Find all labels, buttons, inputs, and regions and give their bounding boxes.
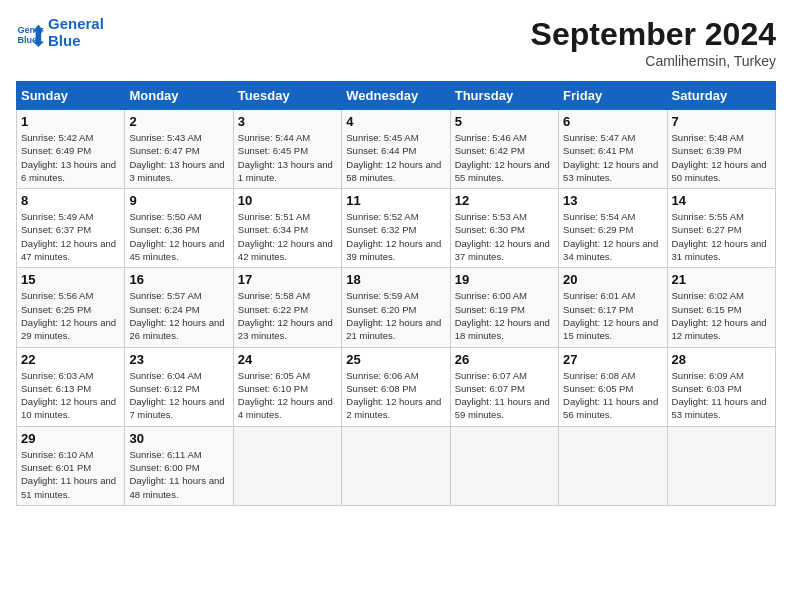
logo-icon: General Blue xyxy=(16,19,44,47)
day-info: Sunrise: 5:42 AMSunset: 6:49 PMDaylight:… xyxy=(21,131,120,184)
day-number: 7 xyxy=(672,114,771,129)
week-row-5: 29Sunrise: 6:10 AMSunset: 6:01 PMDayligh… xyxy=(17,426,776,505)
day-info: Sunrise: 6:01 AMSunset: 6:17 PMDaylight:… xyxy=(563,289,662,342)
day-info: Sunrise: 5:46 AMSunset: 6:42 PMDaylight:… xyxy=(455,131,554,184)
calendar-cell: 4Sunrise: 5:45 AMSunset: 6:44 PMDaylight… xyxy=(342,110,450,189)
calendar-cell: 9Sunrise: 5:50 AMSunset: 6:36 PMDaylight… xyxy=(125,189,233,268)
day-number: 8 xyxy=(21,193,120,208)
page-header: General Blue General Blue September 2024… xyxy=(16,16,776,69)
calendar-cell xyxy=(667,426,775,505)
day-info: Sunrise: 5:57 AMSunset: 6:24 PMDaylight:… xyxy=(129,289,228,342)
day-info: Sunrise: 5:53 AMSunset: 6:30 PMDaylight:… xyxy=(455,210,554,263)
calendar-cell: 24Sunrise: 6:05 AMSunset: 6:10 PMDayligh… xyxy=(233,347,341,426)
day-number: 15 xyxy=(21,272,120,287)
calendar-cell: 19Sunrise: 6:00 AMSunset: 6:19 PMDayligh… xyxy=(450,268,558,347)
day-number: 29 xyxy=(21,431,120,446)
day-info: Sunrise: 6:09 AMSunset: 6:03 PMDaylight:… xyxy=(672,369,771,422)
day-number: 4 xyxy=(346,114,445,129)
day-info: Sunrise: 5:52 AMSunset: 6:32 PMDaylight:… xyxy=(346,210,445,263)
calendar-cell: 1Sunrise: 5:42 AMSunset: 6:49 PMDaylight… xyxy=(17,110,125,189)
calendar-table: SundayMondayTuesdayWednesdayThursdayFrid… xyxy=(16,81,776,506)
day-info: Sunrise: 6:08 AMSunset: 6:05 PMDaylight:… xyxy=(563,369,662,422)
day-info: Sunrise: 5:50 AMSunset: 6:36 PMDaylight:… xyxy=(129,210,228,263)
day-info: Sunrise: 5:55 AMSunset: 6:27 PMDaylight:… xyxy=(672,210,771,263)
week-row-4: 22Sunrise: 6:03 AMSunset: 6:13 PMDayligh… xyxy=(17,347,776,426)
logo-blue: Blue xyxy=(48,33,104,50)
day-info: Sunrise: 6:04 AMSunset: 6:12 PMDaylight:… xyxy=(129,369,228,422)
calendar-cell: 20Sunrise: 6:01 AMSunset: 6:17 PMDayligh… xyxy=(559,268,667,347)
day-info: Sunrise: 5:59 AMSunset: 6:20 PMDaylight:… xyxy=(346,289,445,342)
calendar-cell: 27Sunrise: 6:08 AMSunset: 6:05 PMDayligh… xyxy=(559,347,667,426)
day-number: 2 xyxy=(129,114,228,129)
calendar-cell: 28Sunrise: 6:09 AMSunset: 6:03 PMDayligh… xyxy=(667,347,775,426)
day-number: 5 xyxy=(455,114,554,129)
title-block: September 2024 Camlihemsin, Turkey xyxy=(531,16,776,69)
logo: General Blue General Blue xyxy=(16,16,104,49)
day-info: Sunrise: 5:56 AMSunset: 6:25 PMDaylight:… xyxy=(21,289,120,342)
calendar-cell: 18Sunrise: 5:59 AMSunset: 6:20 PMDayligh… xyxy=(342,268,450,347)
day-info: Sunrise: 5:54 AMSunset: 6:29 PMDaylight:… xyxy=(563,210,662,263)
day-number: 14 xyxy=(672,193,771,208)
day-number: 27 xyxy=(563,352,662,367)
day-number: 23 xyxy=(129,352,228,367)
day-number: 10 xyxy=(238,193,337,208)
day-info: Sunrise: 6:07 AMSunset: 6:07 PMDaylight:… xyxy=(455,369,554,422)
day-info: Sunrise: 5:45 AMSunset: 6:44 PMDaylight:… xyxy=(346,131,445,184)
calendar-cell: 12Sunrise: 5:53 AMSunset: 6:30 PMDayligh… xyxy=(450,189,558,268)
day-info: Sunrise: 5:48 AMSunset: 6:39 PMDaylight:… xyxy=(672,131,771,184)
calendar-cell: 11Sunrise: 5:52 AMSunset: 6:32 PMDayligh… xyxy=(342,189,450,268)
day-info: Sunrise: 5:43 AMSunset: 6:47 PMDaylight:… xyxy=(129,131,228,184)
calendar-cell xyxy=(233,426,341,505)
calendar-cell xyxy=(450,426,558,505)
col-header-thursday: Thursday xyxy=(450,82,558,110)
week-row-2: 8Sunrise: 5:49 AMSunset: 6:37 PMDaylight… xyxy=(17,189,776,268)
day-info: Sunrise: 6:11 AMSunset: 6:00 PMDaylight:… xyxy=(129,448,228,501)
calendar-cell: 16Sunrise: 5:57 AMSunset: 6:24 PMDayligh… xyxy=(125,268,233,347)
day-info: Sunrise: 5:47 AMSunset: 6:41 PMDaylight:… xyxy=(563,131,662,184)
col-header-sunday: Sunday xyxy=(17,82,125,110)
day-info: Sunrise: 5:51 AMSunset: 6:34 PMDaylight:… xyxy=(238,210,337,263)
col-header-wednesday: Wednesday xyxy=(342,82,450,110)
calendar-header-row: SundayMondayTuesdayWednesdayThursdayFrid… xyxy=(17,82,776,110)
day-number: 16 xyxy=(129,272,228,287)
day-number: 30 xyxy=(129,431,228,446)
day-info: Sunrise: 5:44 AMSunset: 6:45 PMDaylight:… xyxy=(238,131,337,184)
calendar-cell: 8Sunrise: 5:49 AMSunset: 6:37 PMDaylight… xyxy=(17,189,125,268)
day-number: 26 xyxy=(455,352,554,367)
calendar-cell: 26Sunrise: 6:07 AMSunset: 6:07 PMDayligh… xyxy=(450,347,558,426)
location-subtitle: Camlihemsin, Turkey xyxy=(531,53,776,69)
logo-general: General xyxy=(48,16,104,33)
calendar-cell xyxy=(342,426,450,505)
calendar-cell: 10Sunrise: 5:51 AMSunset: 6:34 PMDayligh… xyxy=(233,189,341,268)
calendar-cell: 17Sunrise: 5:58 AMSunset: 6:22 PMDayligh… xyxy=(233,268,341,347)
day-number: 28 xyxy=(672,352,771,367)
day-number: 22 xyxy=(21,352,120,367)
calendar-cell: 2Sunrise: 5:43 AMSunset: 6:47 PMDaylight… xyxy=(125,110,233,189)
day-number: 1 xyxy=(21,114,120,129)
svg-text:Blue: Blue xyxy=(17,34,37,44)
day-number: 25 xyxy=(346,352,445,367)
day-number: 6 xyxy=(563,114,662,129)
col-header-tuesday: Tuesday xyxy=(233,82,341,110)
col-header-friday: Friday xyxy=(559,82,667,110)
calendar-cell: 5Sunrise: 5:46 AMSunset: 6:42 PMDaylight… xyxy=(450,110,558,189)
calendar-cell: 21Sunrise: 6:02 AMSunset: 6:15 PMDayligh… xyxy=(667,268,775,347)
calendar-cell: 30Sunrise: 6:11 AMSunset: 6:00 PMDayligh… xyxy=(125,426,233,505)
day-number: 9 xyxy=(129,193,228,208)
day-info: Sunrise: 6:10 AMSunset: 6:01 PMDaylight:… xyxy=(21,448,120,501)
day-number: 17 xyxy=(238,272,337,287)
month-title: September 2024 xyxy=(531,16,776,53)
day-info: Sunrise: 6:06 AMSunset: 6:08 PMDaylight:… xyxy=(346,369,445,422)
calendar-cell: 7Sunrise: 5:48 AMSunset: 6:39 PMDaylight… xyxy=(667,110,775,189)
day-number: 24 xyxy=(238,352,337,367)
col-header-monday: Monday xyxy=(125,82,233,110)
calendar-body: 1Sunrise: 5:42 AMSunset: 6:49 PMDaylight… xyxy=(17,110,776,506)
calendar-cell: 25Sunrise: 6:06 AMSunset: 6:08 PMDayligh… xyxy=(342,347,450,426)
day-number: 20 xyxy=(563,272,662,287)
calendar-cell: 15Sunrise: 5:56 AMSunset: 6:25 PMDayligh… xyxy=(17,268,125,347)
day-number: 3 xyxy=(238,114,337,129)
day-number: 21 xyxy=(672,272,771,287)
calendar-cell xyxy=(559,426,667,505)
calendar-cell: 3Sunrise: 5:44 AMSunset: 6:45 PMDaylight… xyxy=(233,110,341,189)
calendar-cell: 14Sunrise: 5:55 AMSunset: 6:27 PMDayligh… xyxy=(667,189,775,268)
